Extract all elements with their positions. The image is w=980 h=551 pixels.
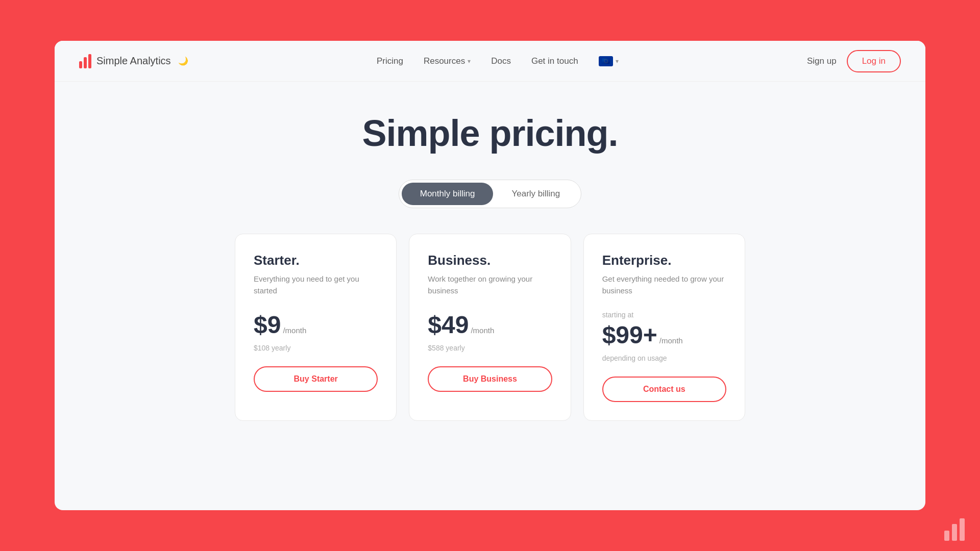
business-price-amount: $49 (428, 311, 469, 339)
enterprise-depending-on: depending on usage (602, 354, 726, 362)
enterprise-plan-name: Enterprise. (602, 253, 726, 268)
starter-price-area: $9 /month (254, 311, 378, 339)
content-area: Simple pricing. Monthly billing Yearly b… (55, 82, 925, 441)
business-price-period: /month (471, 326, 494, 335)
business-plan-desc: Work together on growing your business (428, 273, 552, 296)
nav-get-in-touch[interactable]: Get in touch (531, 56, 578, 66)
enterprise-starting-at: starting at (602, 311, 726, 319)
navbar: Simple Analytics 🌙 Pricing Resources ▾ D… (55, 41, 925, 82)
buy-business-button[interactable]: Buy Business (428, 366, 552, 392)
business-price-area: $49 /month (428, 311, 552, 339)
moon-icon: 🌙 (178, 56, 188, 66)
starter-price-main: $9 /month (254, 311, 378, 339)
eu-flag-selector[interactable]: 🇪🇺 ▾ (599, 56, 619, 66)
enterprise-price-amount: $99+ (602, 321, 657, 349)
enterprise-price-period: /month (659, 336, 683, 345)
page-title: Simple pricing. (362, 112, 618, 154)
business-price-yearly: $588 yearly (428, 344, 552, 352)
yearly-billing-option[interactable]: Yearly billing (493, 183, 578, 205)
logo-bar-3 (88, 54, 91, 68)
billing-toggle[interactable]: Monthly billing Yearly billing (399, 180, 582, 208)
enterprise-card: Enterprise. Get everything needed to gro… (583, 234, 745, 421)
main-window: Simple Analytics 🌙 Pricing Resources ▾ D… (55, 41, 925, 510)
nav-actions: Sign up Log in (807, 50, 901, 72)
business-card: Business. Work together on growing your … (409, 234, 571, 421)
contact-us-button[interactable]: Contact us (602, 377, 726, 402)
starter-plan-desc: Everything you need to get you started (254, 273, 378, 296)
business-plan-name: Business. (428, 253, 552, 268)
bg-bar-1 (944, 531, 949, 541)
background-decorative-bars (944, 518, 965, 541)
nav-links: Pricing Resources ▾ Docs Get in touch 🇪🇺… (377, 56, 619, 66)
starter-price-period: /month (283, 326, 306, 335)
logo-bar-1 (79, 61, 82, 68)
enterprise-plan-desc: Get everything needed to grow your busin… (602, 273, 726, 296)
nav-docs[interactable]: Docs (491, 56, 511, 66)
nav-pricing[interactable]: Pricing (377, 56, 403, 66)
business-price-main: $49 /month (428, 311, 552, 339)
buy-starter-button[interactable]: Buy Starter (254, 366, 378, 392)
starter-card: Starter. Everything you need to get you … (235, 234, 397, 421)
bg-bar-3 (960, 518, 965, 541)
enterprise-price-main: $99+ /month (602, 321, 726, 349)
logo-icon (79, 54, 91, 68)
nav-resources[interactable]: Resources ▾ (424, 56, 471, 66)
resources-chevron-icon: ▾ (468, 58, 471, 65)
starter-price-amount: $9 (254, 311, 281, 339)
logo-area[interactable]: Simple Analytics 🌙 (79, 54, 188, 68)
starter-price-yearly: $108 yearly (254, 344, 378, 352)
log-in-button[interactable]: Log in (847, 50, 901, 72)
logo-bar-2 (84, 57, 87, 68)
monthly-billing-option[interactable]: Monthly billing (402, 183, 494, 205)
logo-text: Simple Analytics (96, 55, 171, 67)
bg-bar-2 (952, 524, 957, 541)
eu-badge-icon: 🇪🇺 (599, 56, 613, 66)
eu-chevron-icon: ▾ (616, 58, 619, 65)
sign-up-link[interactable]: Sign up (807, 56, 837, 66)
pricing-grid: Starter. Everything you need to get you … (235, 234, 745, 421)
enterprise-price-area: starting at $99+ /month (602, 311, 726, 349)
starter-plan-name: Starter. (254, 253, 378, 268)
